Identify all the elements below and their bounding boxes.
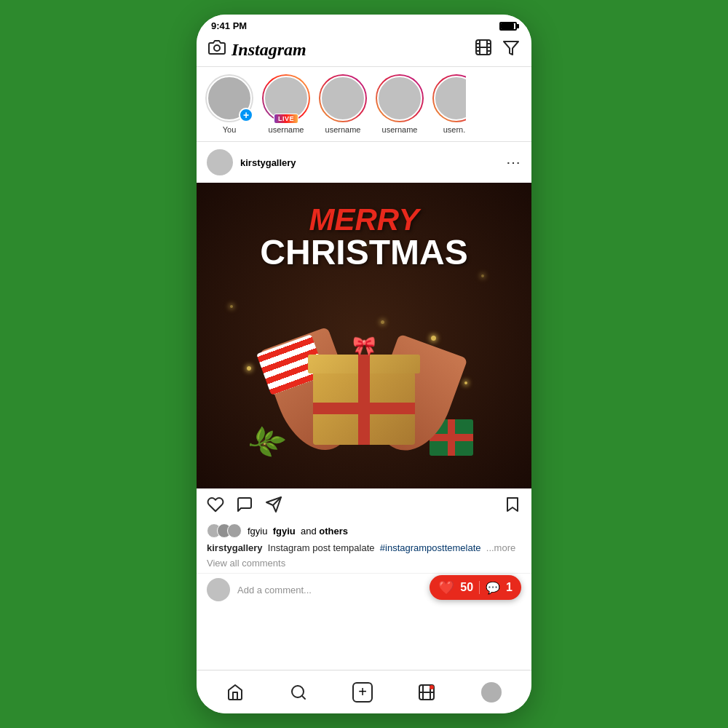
liked-by-username: fgyiu [273, 526, 296, 537]
reels-nav-item[interactable] [418, 684, 435, 701]
story-avatar-wrap-you: + [205, 74, 253, 122]
post-user[interactable]: kirstygallery [207, 149, 296, 175]
story-ring-3 [376, 74, 424, 122]
post-likes: fgyiu fgyiu and others [197, 522, 531, 541]
story-item-2[interactable]: username [319, 74, 367, 134]
christmas-text: CHRISTMAS [260, 235, 467, 270]
notif-likes-count: 50 [460, 581, 473, 594]
add-icon: + [352, 682, 373, 703]
live-badge: LIVE [274, 114, 298, 124]
notif-heart-icon: ❤️ [438, 579, 454, 596]
caption-more[interactable]: ...more [486, 542, 515, 553]
story-avatar-wrap-2 [319, 74, 367, 122]
stories-row: + You LIVE username username [197, 67, 531, 142]
story-label-3: username [382, 125, 418, 134]
status-bar: 9:41 PM [197, 15, 531, 34]
liked-by-label: fgyiu [248, 526, 267, 537]
story-avatar-2 [320, 76, 365, 121]
camera-icon[interactable] [208, 39, 226, 60]
share-button[interactable] [265, 496, 282, 518]
comment-user-avatar [207, 578, 230, 601]
view-comments-button[interactable]: View all comments [197, 556, 531, 573]
post-actions-left [207, 496, 282, 518]
post-user-avatar [207, 149, 233, 175]
post-image: MERRY CHRISTMAS [197, 183, 531, 488]
post-actions [197, 488, 531, 522]
notification-bubble[interactable]: ❤️ 50 💬 1 [430, 575, 521, 600]
merry-text: MERRY [260, 205, 467, 235]
like-button[interactable] [207, 496, 224, 518]
merry-christmas-text: MERRY CHRISTMAS [260, 205, 467, 270]
story-label-2: username [325, 125, 361, 134]
caption-hashtag: #instagramposttemelate [380, 542, 481, 553]
story-item-1[interactable]: LIVE username [262, 74, 310, 134]
story-avatar-wrap-1: LIVE [262, 74, 310, 122]
post-container: kirstygallery ⋯ [197, 142, 531, 607]
like-avatar-3 [227, 523, 242, 538]
battery-icon [499, 22, 517, 31]
post-caption: kirstygallery Instagram post tempalate #… [197, 541, 531, 556]
post-header: kirstygallery ⋯ [197, 142, 531, 183]
search-nav-item[interactable] [290, 684, 307, 701]
caption-username: kirstygallery [207, 542, 263, 553]
reels-icon[interactable] [475, 39, 492, 60]
reels-notification-dot [430, 685, 434, 689]
svg-line-7 [301, 695, 304, 698]
story-avatar-3 [377, 76, 422, 121]
status-icons [499, 22, 517, 31]
story-label-4: usern... [443, 125, 470, 134]
likes-text: fgyiu fgyiu and others [248, 526, 348, 537]
home-nav-item[interactable] [226, 684, 244, 701]
add-story-button[interactable]: + [239, 108, 253, 122]
gift-scene: MERRY CHRISTMAS [197, 183, 531, 488]
post-more-button[interactable]: ⋯ [506, 154, 521, 171]
profile-avatar [481, 682, 502, 703]
story-label-you: You [223, 125, 237, 134]
comment-button[interactable] [236, 496, 253, 518]
status-time: 9:41 PM [211, 20, 247, 31]
story-label-1: username [269, 125, 304, 134]
caption-text: Instagram post tempalate [268, 542, 375, 553]
others-label: others [319, 526, 348, 537]
notif-comments-count: 1 [506, 581, 513, 594]
story-item-3[interactable]: username [376, 74, 424, 134]
phone-frame: 9:41 PM Instagram [197, 15, 531, 713]
add-nav-item[interactable]: + [352, 682, 373, 703]
nav-bar: Instagram [197, 34, 531, 67]
profile-nav-item[interactable] [481, 682, 502, 703]
notif-comment-icon: 💬 [486, 581, 500, 595]
story-avatar-wrap-3 [376, 74, 424, 122]
svg-marker-5 [507, 498, 518, 511]
bookmark-button[interactable] [504, 496, 521, 518]
svg-point-0 [214, 45, 220, 51]
liked-avatars [207, 523, 242, 538]
filter-icon[interactable] [502, 39, 520, 60]
instagram-logo: Instagram [232, 40, 306, 60]
story-item-4[interactable]: usern... [432, 74, 480, 134]
notif-divider [479, 581, 480, 594]
post-username: kirstygallery [240, 157, 296, 168]
story-ring-2 [319, 74, 367, 122]
story-avatar-4 [434, 76, 479, 121]
comment-input-row: Add a comment... ❤️ 50 💬 1 [197, 573, 531, 607]
story-item-you[interactable]: + You [205, 74, 253, 134]
nav-left: Instagram [208, 39, 306, 60]
story-ring-4 [432, 74, 480, 122]
nav-right [475, 39, 520, 60]
svg-marker-2 [504, 41, 518, 55]
bottom-nav: + [197, 670, 531, 713]
and-others: and [301, 526, 317, 537]
story-avatar-wrap-4 [432, 74, 480, 122]
